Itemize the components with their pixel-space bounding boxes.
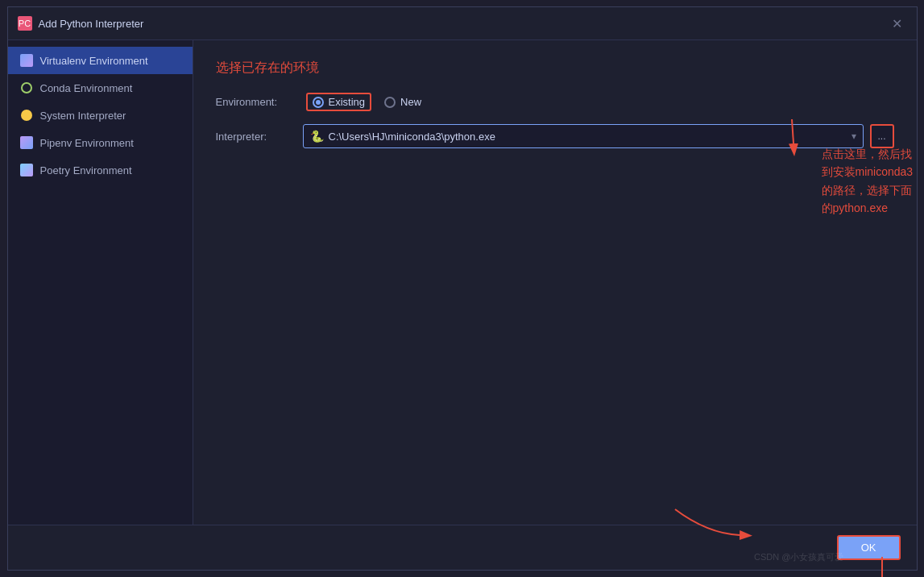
annotation-note: 点击这里，然后找到安装miniconda3的路径，选择下面的python.exe xyxy=(822,145,917,218)
new-radio-option[interactable]: New xyxy=(384,96,421,108)
sidebar-item-pipenv[interactable]: Pipenv Environment xyxy=(8,129,193,156)
dialog-content: Virtualenv Environment Conda Environment… xyxy=(8,40,917,525)
sidebar-item-poetry[interactable]: Poetry Environment xyxy=(8,156,193,184)
footer-arrow xyxy=(659,501,756,542)
existing-radio-box: Existing xyxy=(306,93,372,111)
system-icon xyxy=(19,108,34,122)
close-button[interactable]: ✕ xyxy=(888,14,907,33)
sidebar-item-conda-label: Conda Environment xyxy=(40,82,133,94)
sidebar-item-virtualenv-label: Virtualenv Environment xyxy=(40,55,148,67)
title-bar: PC Add Python Interpreter ✕ xyxy=(8,7,917,40)
ok-button[interactable]: OK xyxy=(837,535,901,560)
main-panel: 选择已存在的环境 Environment: Existing xyxy=(193,40,917,525)
environment-label: Environment: xyxy=(216,96,296,108)
radio-group: Existing New xyxy=(306,93,422,111)
dropdown-arrow-icon: ▾ xyxy=(851,131,856,142)
dialog-title: Add Python Interpreter xyxy=(39,18,144,30)
sidebar-item-system-label: System Interpreter xyxy=(40,110,126,122)
sidebar-item-pipenv-label: Pipenv Environment xyxy=(40,137,134,149)
sidebar-item-poetry-label: Poetry Environment xyxy=(40,164,132,176)
existing-radio-outer xyxy=(313,97,324,108)
environment-row: Environment: Existing New xyxy=(216,93,894,111)
app-icon: PC xyxy=(18,16,32,31)
sidebar: Virtualenv Environment Conda Environment… xyxy=(8,40,193,525)
sidebar-item-system[interactable]: System Interpreter xyxy=(8,102,193,129)
virtualenv-icon xyxy=(19,53,34,68)
existing-radio-label: Existing xyxy=(329,96,366,108)
pipenv-icon xyxy=(19,135,34,150)
interpreter-label: Interpreter: xyxy=(216,131,296,143)
existing-radio-option[interactable]: Existing xyxy=(313,96,366,108)
dialog: PC Add Python Interpreter ✕ Virtualenv E… xyxy=(7,6,918,571)
sidebar-item-virtualenv[interactable]: Virtualenv Environment xyxy=(8,47,193,74)
annotation-title: 选择已存在的环境 xyxy=(216,60,894,77)
python-emoji: 🐍 xyxy=(310,130,324,143)
poetry-icon xyxy=(19,163,34,177)
existing-radio-inner xyxy=(316,100,321,105)
conda-icon xyxy=(19,81,34,95)
svg-line-1 xyxy=(792,119,793,143)
new-radio-outer xyxy=(384,97,396,108)
sidebar-item-conda[interactable]: Conda Environment xyxy=(8,74,193,102)
arrow-annotation xyxy=(735,111,800,160)
watermark: CSDN @小女孩真可爱 xyxy=(754,551,843,563)
new-radio-label: New xyxy=(400,96,421,108)
